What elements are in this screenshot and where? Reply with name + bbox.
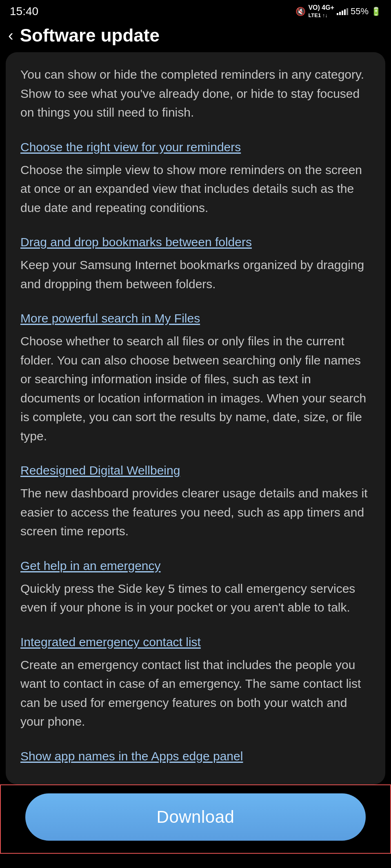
back-button[interactable]: ‹ (8, 28, 13, 43)
status-time: 15:40 (10, 5, 38, 18)
section-reminders-view: Choose the right view for your reminders… (20, 139, 371, 218)
section-title-emergency-help: Get help in an emergency (20, 557, 371, 574)
section-body-bookmarks-drag: Keep your Samsung Internet bookmarks org… (20, 256, 371, 294)
section-body-emergency-contact: Create an emergency contact list that in… (20, 656, 371, 731)
download-bar: Download (0, 784, 391, 854)
section-bookmarks-drag: Drag and drop bookmarks between folders … (20, 234, 371, 294)
mute-icon: 🔇 (295, 7, 306, 16)
section-title-digital-wellbeing: Redesigned Digital Wellbeing (20, 462, 371, 479)
content-card: You can show or hide the completed remin… (6, 52, 385, 784)
section-body-digital-wellbeing: The new dashboard provides clearer usage… (20, 484, 371, 541)
section-body-emergency-help: Quickly press the Side key 5 times to ca… (20, 579, 371, 617)
section-body-reminders-view: Choose the simple view to show more remi… (20, 161, 371, 218)
signal-icon (337, 8, 348, 15)
battery-indicator: 55% (351, 6, 369, 17)
battery-icon: 🔋 (371, 7, 381, 16)
intro-text: You can show or hide the completed remin… (20, 65, 371, 122)
network-label: VO) 4G+LTE1 ↑↓ (308, 4, 334, 19)
page-title: Software update (20, 25, 160, 46)
header: ‹ Software update (0, 21, 391, 52)
section-digital-wellbeing: Redesigned Digital Wellbeing The new das… (20, 462, 371, 541)
section-body-my-files-search: Choose whether to search all files or on… (20, 332, 371, 446)
section-my-files-search: More powerful search in My Files Choose … (20, 310, 371, 446)
section-title-apps-edge: Show app names in the Apps edge panel (20, 748, 371, 765)
download-button[interactable]: Download (25, 793, 366, 841)
section-title-emergency-contact: Integrated emergency contact list (20, 634, 371, 651)
section-emergency-contact: Integrated emergency contact list Create… (20, 634, 371, 731)
status-bar: 15:40 🔇 VO) 4G+LTE1 ↑↓ 55% 🔋 (0, 0, 391, 21)
section-title-bookmarks-drag: Drag and drop bookmarks between folders (20, 234, 371, 251)
section-emergency-help: Get help in an emergency Quickly press t… (20, 557, 371, 617)
section-title-my-files-search: More powerful search in My Files (20, 310, 371, 327)
section-title-reminders-view: Choose the right view for your reminders (20, 139, 371, 156)
status-icons: 🔇 VO) 4G+LTE1 ↑↓ 55% 🔋 (295, 4, 381, 19)
section-apps-edge: Show app names in the Apps edge panel (20, 748, 371, 765)
